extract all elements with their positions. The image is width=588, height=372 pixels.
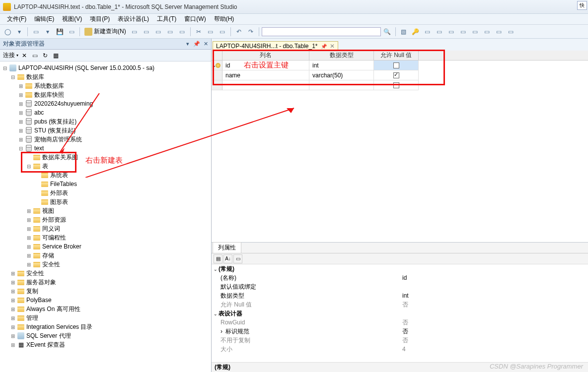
db-node-3[interactable]: pubs (恢复挂起) [34, 118, 76, 126]
extres-node[interactable]: 外部资源 [42, 216, 66, 224]
gen-script-icon[interactable]: ▭ [506, 26, 516, 37]
header-null[interactable]: 允许 Null 值 [374, 51, 419, 60]
save-all-icon[interactable]: ▭ [66, 26, 77, 37]
close-tab-icon[interactable]: ✕ [330, 43, 335, 50]
undo-icon[interactable]: ↶ [233, 26, 244, 37]
server-node[interactable]: LAPTOP-4NU4SIRH (SQL Server 15.0.2000.5 … [18, 64, 154, 71]
close-panel-icon[interactable]: ✕ [202, 41, 209, 48]
xmla-icon[interactable]: ▭ [177, 26, 188, 37]
menu-window[interactable]: 窗口(W) [181, 14, 209, 24]
indexes-icon[interactable]: ▭ [434, 26, 445, 37]
db-node-5[interactable]: 宠物商店管理系统 [34, 135, 82, 144]
object-tree[interactable]: ⊟LAPTOP-4NU4SIRH (SQL Server 15.0.2000.5… [0, 62, 211, 372]
allow-null-checkbox[interactable] [393, 62, 399, 68]
check-icon[interactable]: ▭ [446, 26, 457, 37]
disconnect-icon[interactable]: ✕ [20, 51, 29, 60]
props-grid[interactable]: ⌄(常规) (名称)id 默认值或绑定 数据类型int 允许 Null 值否 ⌄… [212, 264, 588, 362]
exttables-node[interactable]: 外部表 [50, 189, 68, 197]
connect-label[interactable]: 连接 [3, 51, 15, 60]
col-type-cell[interactable]: int [309, 61, 374, 70]
filetables-node[interactable]: FileTables [50, 181, 77, 187]
copy-icon[interactable]: ▭ [205, 26, 216, 37]
document-tab[interactable]: LAPTOP-4NU4SIRH...t - dbo.Table_1* 📌 ✕ [213, 41, 338, 51]
attach-icon[interactable]: ▧ [398, 26, 409, 37]
security-node[interactable]: 安全性 [26, 269, 44, 278]
paste-icon[interactable]: ▭ [217, 26, 228, 37]
dmx-icon[interactable]: ▭ [165, 26, 176, 37]
header-type[interactable]: 数据类型 [309, 51, 374, 60]
servicebroker-node[interactable]: Service Broker [42, 243, 81, 250]
prog-node[interactable]: 可编程性 [42, 234, 66, 242]
column-row-empty[interactable] [212, 80, 588, 90]
menu-table-designer[interactable]: 表设计器(L) [115, 14, 152, 24]
management-node[interactable]: 管理 [26, 314, 38, 322]
script-icon[interactable]: ▭ [494, 26, 505, 37]
save-icon[interactable]: 💾 [54, 26, 65, 37]
snapshot-node[interactable]: 数据库快照 [34, 91, 64, 99]
tables-node[interactable]: 表 [42, 162, 48, 171]
serverobj-node[interactable]: 服务器对象 [26, 278, 56, 287]
db-node-4[interactable]: STU (恢复挂起) [34, 126, 75, 135]
pin-tab-icon[interactable]: 📌 [321, 44, 327, 49]
dropdown-icon[interactable]: ▾ [184, 41, 191, 48]
views-node[interactable]: 视图 [42, 207, 54, 215]
new-query-button[interactable]: 新建查询(N) [82, 27, 128, 36]
db-node-text[interactable]: text [34, 145, 44, 152]
xevent-node[interactable]: XEvent 探查器 [26, 341, 65, 349]
solution-combo[interactable] [262, 27, 381, 36]
prop-name-value[interactable]: id [400, 274, 588, 281]
menu-view[interactable]: 视图(V) [59, 14, 85, 24]
key-tool-icon[interactable]: 🔑 [410, 26, 421, 37]
props-tab[interactable]: 列属性 [213, 242, 241, 253]
col-name-cell[interactable]: id [222, 61, 309, 70]
menu-file[interactable]: 文件(F) [4, 14, 29, 24]
quick-launch-hint[interactable]: 快 [577, 1, 587, 10]
nav-fwd-icon[interactable]: ▾ [14, 26, 25, 37]
open-icon[interactable]: ▾ [42, 26, 53, 37]
new-project-icon[interactable]: ▭ [30, 26, 41, 37]
prop-identity-label[interactable]: ›标识规范 [212, 327, 400, 336]
dbsec-node[interactable]: 安全性 [42, 260, 60, 269]
replication-node[interactable]: 复制 [26, 287, 38, 296]
is-catalog-node[interactable]: Integration Services 目录 [26, 323, 92, 331]
spatial-icon[interactable]: ▭ [482, 26, 493, 37]
agent-node[interactable]: SQL Server 代理 [26, 332, 71, 340]
sysdb-node[interactable]: 系统数据库 [34, 82, 64, 90]
prop-type-value[interactable]: int [400, 292, 588, 299]
menu-project[interactable]: 项目(P) [87, 14, 113, 24]
menu-edit[interactable]: 编辑(E) [31, 14, 57, 24]
xml-idx-icon[interactable]: ▭ [470, 26, 481, 37]
alphabetical-icon[interactable]: A↓ [223, 254, 232, 263]
prop-identity-value[interactable]: 否 [400, 327, 588, 336]
diagrams-node[interactable]: 数据库关系图 [42, 153, 78, 162]
pin-icon[interactable]: 📌 [193, 41, 200, 48]
stop-icon[interactable]: ▭ [30, 51, 39, 60]
mdx-icon[interactable]: ▭ [153, 26, 164, 37]
cut-icon[interactable]: ✂ [193, 26, 204, 37]
databases-node[interactable]: 数据库 [26, 73, 44, 81]
allow-null-checkbox[interactable] [393, 82, 399, 88]
menu-tools[interactable]: 工具(T) [154, 14, 179, 24]
refresh-icon[interactable]: ↻ [41, 51, 50, 60]
storage-node[interactable]: 存储 [42, 251, 54, 260]
col-type-cell[interactable]: varchar(50) [309, 70, 374, 80]
redo-icon[interactable]: ↷ [245, 26, 256, 37]
allow-null-checkbox[interactable] [393, 72, 399, 78]
synonyms-node[interactable]: 同义词 [42, 225, 60, 233]
column-row-id[interactable]: id int [212, 61, 588, 70]
header-name[interactable]: 列名 [222, 51, 309, 60]
analysis-icon[interactable]: ▭ [141, 26, 152, 37]
alwayson-node[interactable]: Always On 高可用性 [26, 305, 80, 313]
systables-node[interactable]: 系统表 [50, 171, 68, 180]
graphtables-node[interactable]: 图形表 [50, 198, 68, 206]
polybase-node[interactable]: PolyBase [26, 297, 52, 304]
relations-icon[interactable]: ▭ [422, 26, 433, 37]
db-engine-icon[interactable]: ▭ [129, 26, 140, 37]
fulltext-icon[interactable]: ▭ [458, 26, 469, 37]
nav-back-icon[interactable]: ◯ [2, 26, 13, 37]
props-page-icon[interactable]: ▭ [233, 254, 242, 263]
filter-icon[interactable]: ▦ [51, 51, 60, 60]
categorized-icon[interactable]: ▤ [214, 254, 222, 263]
db-node-1[interactable]: 20202624shuyueming [34, 100, 93, 107]
col-name-cell[interactable]: name [222, 70, 309, 80]
